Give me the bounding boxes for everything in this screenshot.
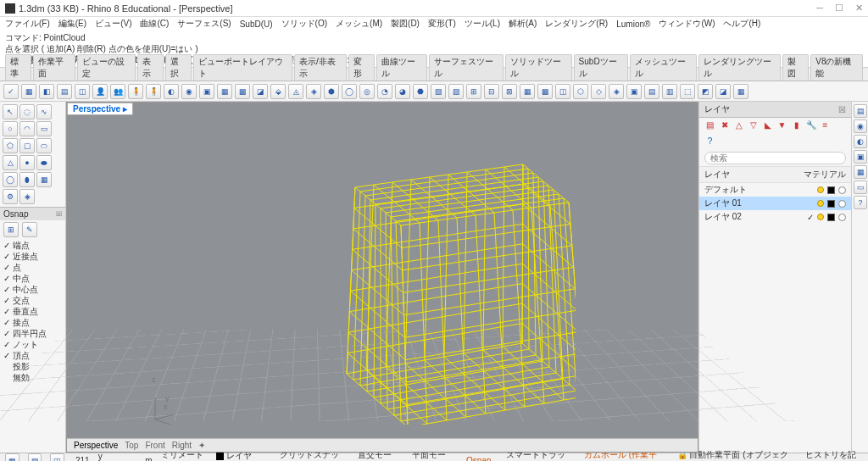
menu-item[interactable]: レンダリング(R) [545, 18, 608, 30]
tool-button[interactable]: ◧ [39, 84, 54, 99]
layer-search-input[interactable] [704, 152, 846, 164]
toolbar-tab[interactable]: V8の新機能 [810, 54, 863, 81]
arc-icon[interactable]: ◠ [19, 121, 35, 136]
tool-button[interactable]: ▩ [537, 84, 553, 99]
tool-button[interactable]: ⬚ [680, 84, 695, 99]
tool-button[interactable]: ◬ [288, 84, 303, 99]
viewport-tab[interactable]: Right [172, 441, 192, 450]
triangle-icon[interactable]: ◣ [762, 120, 773, 131]
toolbar-tab[interactable]: メッシュツール [630, 54, 697, 81]
material-icon[interactable]: ◐ [854, 135, 867, 148]
add-viewport-icon[interactable]: ✦ [198, 441, 205, 450]
viewport-label[interactable]: Perspective ▸ [67, 103, 133, 115]
menu-item[interactable]: 製図(D) [391, 18, 420, 30]
display-icon[interactable]: ▦ [854, 165, 867, 179]
toolbar-tab[interactable]: 作業平面 [33, 54, 75, 81]
tool-button[interactable]: ◫ [555, 84, 570, 99]
pointer-icon[interactable]: ↖ [3, 104, 18, 119]
person-icon[interactable]: 👤 [92, 84, 108, 99]
tool-button[interactable]: ▣ [199, 84, 214, 99]
filter-icon[interactable]: ▼ [776, 120, 787, 131]
menu-item[interactable]: 編集(E) [58, 18, 86, 30]
tool-button[interactable]: ◈ [306, 84, 321, 99]
toolbar-tab[interactable]: レンダリングツール [698, 54, 782, 81]
toolbar-tab[interactable]: ソリッドツール [505, 54, 572, 81]
menu-item[interactable]: SubD(U) [240, 19, 273, 29]
new-layer-icon[interactable]: ▤ [704, 120, 715, 131]
tool-button[interactable]: ▤ [57, 84, 72, 99]
viewport-tab[interactable]: Top [125, 441, 138, 450]
menu-item[interactable]: 曲線(C) [140, 18, 169, 30]
layers-icon[interactable]: ▤ [854, 104, 867, 118]
toolbar-tab[interactable]: 選択 [165, 54, 192, 81]
tool-button[interactable]: ◪ [715, 84, 731, 99]
delete-layer-icon[interactable]: ✖ [719, 120, 730, 131]
sphere-icon[interactable]: ● [19, 155, 35, 170]
lasso-icon[interactable]: ◌ [19, 104, 35, 119]
toolbar-tab[interactable]: ビューポートレイアウト [193, 54, 292, 81]
menu-item[interactable]: ウィンドウ(W) [659, 18, 715, 30]
viewport-perspective[interactable]: Perspective ▸ zyx Perspective Top Front … [66, 102, 698, 453]
tool-button[interactable]: ▦ [520, 84, 535, 99]
ellipsoid-icon[interactable]: ⬬ [36, 155, 52, 170]
close-icon[interactable]: ☒ [838, 105, 846, 114]
tool-button[interactable]: ⬙ [270, 84, 286, 99]
tool-button[interactable]: ◉ [181, 84, 197, 99]
tool-button[interactable]: ▨ [448, 84, 464, 99]
tool-button[interactable]: ▦ [217, 84, 232, 99]
rect-icon[interactable]: ▭ [36, 121, 52, 136]
dropdown-icon[interactable]: ▸ [123, 104, 127, 114]
camera-icon[interactable]: ▭ [854, 181, 867, 194]
tool-button[interactable]: ◎ [359, 84, 375, 99]
tool-button[interactable]: ◈ [19, 189, 35, 204]
tool-button[interactable]: ◈ [609, 84, 624, 99]
toolbar-tab[interactable]: ビューの設定 [77, 54, 136, 81]
tool-button[interactable]: ◐ [164, 84, 179, 99]
menu-item[interactable]: 変形(T) [428, 18, 456, 30]
tool-button[interactable]: ⊞ [466, 84, 481, 99]
tool-button[interactable]: ⊟ [484, 84, 499, 99]
polygon-icon[interactable]: ⬠ [3, 138, 18, 153]
render-icon[interactable]: ◉ [854, 119, 867, 133]
close-icon[interactable]: ☒ [56, 210, 62, 218]
tool-button[interactable]: ▩ [235, 84, 250, 99]
toolbar-tab[interactable]: 標準 [5, 54, 31, 81]
osnap-toggle[interactable]: Osnap [463, 455, 494, 461]
menu-item[interactable]: サーフェス(S) [177, 18, 231, 30]
tool-button[interactable]: ⊠ [502, 84, 517, 99]
curve-icon[interactable]: ∿ [36, 104, 52, 119]
cylinder-icon[interactable]: ⬭ [36, 138, 52, 153]
toolbar-tab[interactable]: 表示/非表示 [294, 54, 347, 81]
toolbar-tab[interactable]: 変形 [348, 54, 375, 81]
tool-button[interactable]: ◪ [253, 84, 268, 99]
mesh-icon[interactable]: ▦ [36, 172, 52, 187]
toolbar-tab[interactable]: 製図 [782, 54, 809, 81]
circle-icon[interactable]: ○ [3, 121, 18, 136]
minimize-button[interactable]: ─ [816, 3, 823, 14]
osnap-option[interactable]: ✓接点 [3, 317, 62, 328]
menu-item[interactable]: メッシュ(M) [336, 18, 382, 30]
box-icon[interactable]: ▢ [19, 138, 35, 153]
osnap-option[interactable]: ✓端点 [3, 240, 62, 251]
pipe-icon[interactable]: ⬮ [19, 172, 35, 187]
layers-panel-header[interactable]: レイヤ ☒ [699, 102, 851, 118]
menu-icon[interactable]: ≡ [820, 120, 831, 131]
toolbar-tab[interactable]: 表示 [137, 54, 164, 81]
status-icon[interactable]: ▦ [5, 453, 19, 462]
osnap-option[interactable]: ✓交点 [3, 295, 62, 306]
tool-button[interactable]: ⬣ [413, 84, 428, 99]
person-icon[interactable]: 🧍 [128, 84, 143, 99]
tool-button[interactable]: ⬡ [573, 84, 588, 99]
menu-item[interactable]: 解析(A) [509, 18, 537, 30]
status-icon[interactable]: ◫ [50, 453, 64, 462]
osnap-option[interactable]: ✓近接点 [3, 251, 62, 262]
layer-row[interactable]: レイヤ 01 [699, 197, 851, 210]
osnap-panel-header[interactable]: Osnap ☒ [0, 207, 66, 220]
cone-icon[interactable]: △ [3, 155, 18, 170]
status-icon[interactable]: ▨ [28, 453, 42, 462]
menu-item[interactable]: ツール(L) [465, 18, 500, 30]
tool-button[interactable]: ◯ [342, 84, 357, 99]
down-icon[interactable]: ▽ [748, 120, 759, 131]
tool-button[interactable]: ▧ [431, 84, 446, 99]
person-icon[interactable]: 🧍 [146, 84, 161, 99]
